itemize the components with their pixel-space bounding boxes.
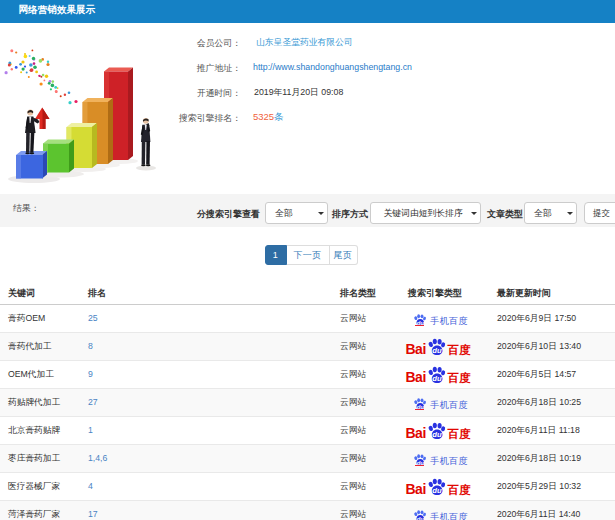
svg-text:du: du <box>432 485 442 494</box>
svg-text:du: du <box>416 516 424 520</box>
svg-text:du: du <box>432 373 442 382</box>
svg-text:du: du <box>432 429 442 438</box>
svg-text:du: du <box>432 345 442 354</box>
